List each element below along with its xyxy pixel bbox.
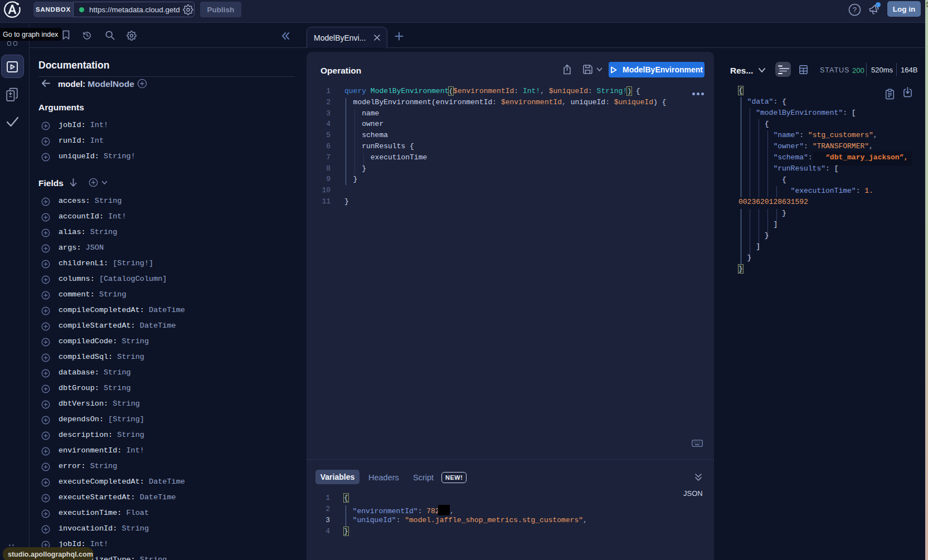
svg-text:?: ?	[853, 6, 857, 14]
